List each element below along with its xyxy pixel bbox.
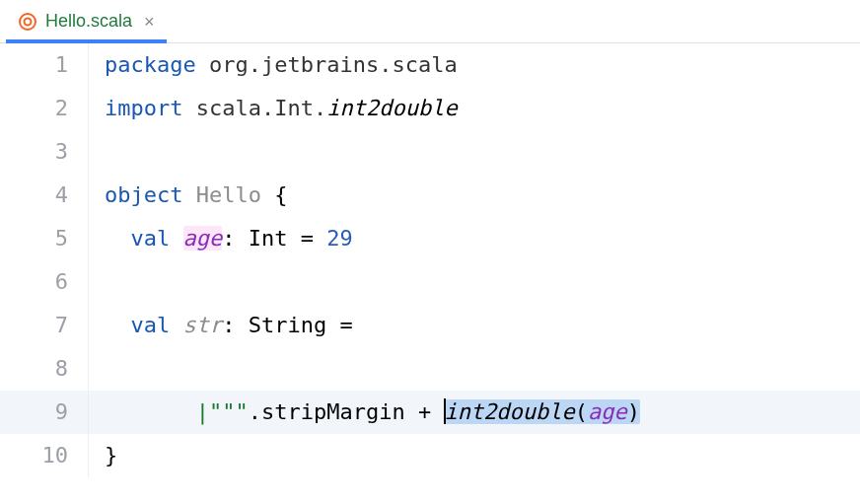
tab-filename: Hello.scala: [45, 11, 132, 32]
svg-point-0: [20, 14, 36, 30]
code-line: 4 object Hello {: [0, 174, 860, 217]
line-number: 10: [0, 434, 89, 477]
line-number: 5: [0, 217, 89, 260]
close-icon[interactable]: ×: [144, 13, 155, 31]
line-number: 3: [0, 130, 89, 174]
svg-point-1: [25, 18, 32, 25]
code-line: 2 import scala.Int.int2double: [0, 87, 860, 130]
code-line: 1 package org.jetbrains.scala: [0, 43, 860, 87]
code-line: 9 |""".stripMargin + int2double(age): [0, 391, 860, 434]
code-line: 3: [0, 130, 860, 174]
code-line: 5 val age: Int = 29: [0, 217, 860, 260]
line-number: 4: [0, 174, 89, 217]
line-number: 7: [0, 304, 89, 347]
file-tab[interactable]: Hello.scala ×: [6, 0, 167, 42]
line-number: 9: [0, 391, 89, 434]
code-editor[interactable]: 1 package org.jetbrains.scala 2 import s…: [0, 43, 860, 477]
code-line: 10 }: [0, 434, 860, 477]
line-number: 1: [0, 43, 89, 87]
intention-bulb-icon[interactable]: [107, 355, 130, 383]
tab-bar: Hello.scala ×: [0, 0, 860, 43]
line-number: 8: [0, 347, 89, 391]
code-line: 7 val str: String =: [0, 304, 860, 347]
line-number: 2: [0, 87, 89, 130]
code-line: 6: [0, 260, 860, 304]
scala-file-icon: [18, 12, 37, 32]
text-cursor: [444, 398, 446, 424]
line-number: 6: [0, 260, 89, 304]
code-line: 8 s"""My age is: [0, 347, 860, 391]
